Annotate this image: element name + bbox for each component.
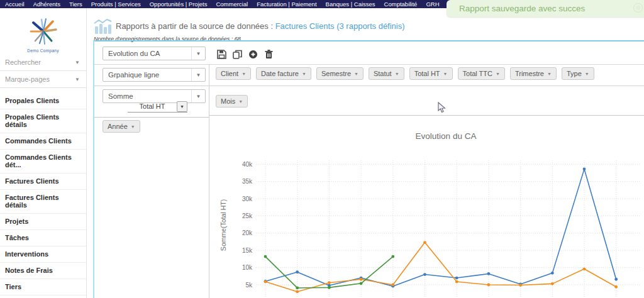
row-axis-chip[interactable]: Année ▼ — [103, 120, 140, 133]
sidebar-item[interactable]: Tiers — [0, 279, 86, 295]
nav-item-facturation-paiement[interactable]: Facturation | Paiement — [257, 1, 316, 8]
field-chip[interactable]: Date facture▼ — [256, 67, 311, 80]
nav-item-commercial[interactable]: Commercial — [216, 1, 248, 8]
chevron-down-icon: ▼ — [75, 77, 80, 82]
chevron-down-icon: ▼ — [547, 72, 552, 76]
delete-icon[interactable] — [264, 49, 274, 60]
field-chip-label: Client — [221, 70, 238, 77]
serie-orange-point — [296, 290, 299, 294]
chevron-down-icon: ▼ — [395, 72, 399, 76]
sidebar-item[interactable]: Propales Clients — [0, 93, 86, 109]
svg-text:40k: 40k — [242, 161, 253, 168]
panel-left-border — [93, 40, 94, 298]
svg-text:5k: 5k — [245, 282, 253, 289]
field-chip[interactable]: Type▼ — [562, 67, 594, 80]
serie-orange-point — [360, 278, 363, 281]
field-chip[interactable]: Trimestre▼ — [510, 67, 557, 80]
serie-orange-point — [519, 284, 522, 287]
row-axis-chip-label: Année — [108, 123, 128, 130]
serie-bleue-point — [487, 272, 491, 275]
save-icon[interactable] — [216, 49, 227, 60]
svg-text:30k: 30k — [242, 196, 253, 202]
serie-verte-point — [296, 287, 299, 290]
nav-item-opportunit-s-projets[interactable]: Opportunités | Projets — [150, 1, 208, 8]
copy-icon[interactable] — [232, 49, 243, 60]
sidebar-item[interactable]: Devis Fourn. — [0, 295, 86, 298]
add-icon[interactable] — [248, 49, 258, 60]
sidebar-search-label: Rechercher — [5, 58, 41, 66]
svg-text:25k: 25k — [242, 212, 253, 219]
serie-bleue-point — [583, 167, 586, 170]
field-chip[interactable]: Statut▼ — [369, 67, 404, 80]
serie-orange-point — [328, 281, 331, 284]
field-chip-label: Total HT — [414, 70, 440, 77]
serie-bleue-point — [455, 277, 458, 280]
field-chip[interactable]: Total HT▼ — [409, 67, 453, 80]
svg-text:Somme(Total HT): Somme(Total HT) — [219, 199, 227, 251]
sidebar-item[interactable]: Factures Clients — [0, 174, 86, 190]
field-chip-label: Semestre — [321, 70, 351, 77]
serie-verte-point — [360, 282, 363, 285]
sidebar-item[interactable]: Projets — [0, 214, 86, 230]
aggregate-field-select[interactable]: Total HT ▼ — [128, 101, 187, 113]
field-chip-label: Trimestre — [515, 70, 544, 77]
serie-verte-point — [264, 255, 267, 258]
serie-orange-point — [551, 282, 554, 285]
sidebar-search-dropdown[interactable]: Rechercher ▼ — [0, 54, 86, 71]
serie-orange-point — [455, 280, 458, 284]
page-title-prefix: Rapports à partir de la source de donnée… — [116, 21, 275, 31]
serie-bleue — [265, 169, 616, 286]
serie-verte-point — [328, 286, 331, 289]
chevron-down-icon[interactable]: ▼ — [191, 69, 205, 81]
serie-orange-point — [614, 285, 618, 289]
chevron-down-icon: ▼ — [242, 72, 246, 76]
chevron-down-icon: ▼ — [75, 60, 80, 65]
chevron-down-icon[interactable]: ▼ — [191, 90, 205, 102]
chevron-down-icon: ▼ — [131, 124, 135, 129]
sidebar-item[interactable]: Tâches — [0, 230, 86, 246]
field-chip-label: Type — [567, 70, 582, 77]
logo-starburst-icon — [29, 17, 58, 46]
sidebar-bookmarks-label: Marque-pages — [5, 75, 50, 83]
divider — [209, 64, 209, 298]
field-chip[interactable]: Total TTC▼ — [458, 67, 505, 80]
nav-item-produits-services[interactable]: Produits | Services — [91, 1, 141, 8]
divider — [94, 64, 644, 65]
nav-item-accueil[interactable]: Accueil — [5, 1, 25, 8]
nav-item-banques-caisses[interactable]: Banques | Caisses — [326, 1, 375, 8]
sidebar-item[interactable]: Commandes Clients — [0, 133, 86, 150]
report-select[interactable]: Evolution du CA ▼ — [103, 47, 206, 60]
field-chip[interactable]: Semestre▼ — [316, 67, 364, 80]
nav-item-grh[interactable]: GRH — [426, 1, 439, 8]
toast-close-icon[interactable]: ⊘ — [633, 3, 643, 13]
toast-message: Rapport sauvegarde avec succes — [459, 4, 585, 13]
field-chip-label: Statut — [374, 70, 392, 77]
mouse-cursor — [438, 102, 446, 114]
sidebar: Demo Company Rechercher ▼ Marque-pages ▼… — [0, 8, 87, 298]
column-axis-chip[interactable]: Mois ▼ — [216, 95, 248, 108]
serie-bleue-point — [551, 272, 554, 275]
nav-item-tiers[interactable]: Tiers — [69, 1, 82, 8]
nav-item-adh-rents[interactable]: Adhérents — [33, 1, 60, 8]
sidebar-report-list: Propales ClientsPropales Clients détails… — [0, 93, 86, 298]
sidebar-item[interactable]: Propales Clients détails — [0, 109, 86, 133]
field-chip-label: Date facture — [261, 70, 299, 77]
field-chip[interactable]: Client▼ — [216, 67, 251, 80]
field-chip-label: Total TTC — [463, 70, 492, 77]
chevron-down-icon[interactable]: ▼ — [191, 47, 205, 60]
app-screen: AccueilAdhérentsTiersProduits | Services… — [0, 0, 644, 298]
chart-type-select[interactable]: Grpahique ligne ▼ — [103, 68, 206, 82]
company-logo: Demo Company — [21, 17, 65, 53]
sidebar-bookmarks-dropdown[interactable]: Marque-pages ▼ — [0, 71, 86, 88]
nav-item-comptabilit-[interactable]: Comptabilité — [384, 1, 418, 8]
data-source-link[interactable]: Factures Clients (3 rapports définis) — [275, 21, 405, 31]
svg-text:15k: 15k — [242, 247, 253, 254]
sidebar-item[interactable]: Notes de Frais — [0, 263, 86, 279]
sidebar-item[interactable]: Factures Clients détails — [0, 190, 86, 214]
save-success-toast: Rapport sauvegarde avec succes ⊘ — [447, 0, 644, 17]
svg-text:Evolution du CA: Evolution du CA — [416, 131, 477, 141]
report-chart-icon — [93, 18, 113, 35]
serie-bleue-point — [614, 278, 618, 281]
sidebar-item[interactable]: Interventions — [0, 246, 86, 263]
sidebar-item[interactable]: Commandes Clients dét... — [0, 150, 86, 174]
